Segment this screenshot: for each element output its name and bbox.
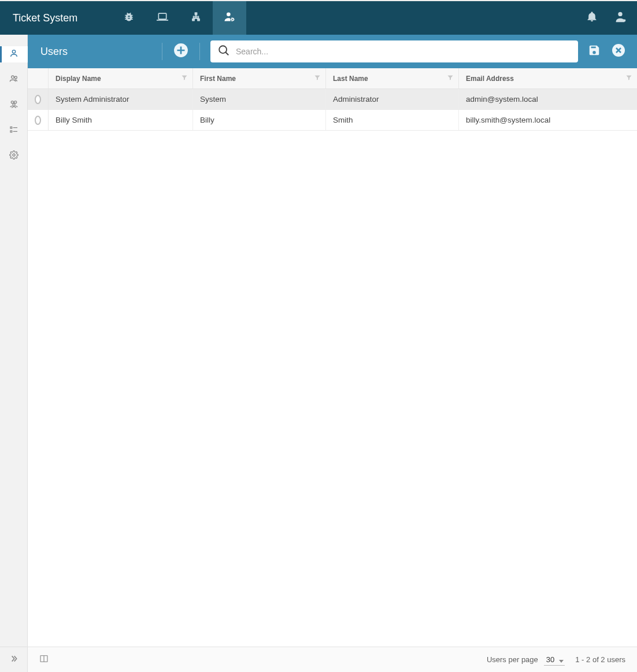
close-button[interactable] [610, 43, 627, 60]
col-last-name[interactable]: Last Name [326, 68, 459, 88]
pagination-range: 1 - 2 of 2 users [575, 655, 625, 664]
page-title: Users [40, 46, 68, 58]
perpage-select[interactable]: 30 [544, 655, 565, 664]
topnav-user-admin[interactable] [213, 1, 246, 35]
cell-last: Administrator [326, 89, 459, 109]
table-body[interactable]: System Administrator System Administrato… [28, 89, 637, 647]
topnav-bug[interactable] [112, 1, 146, 35]
col-label: First Name [200, 75, 236, 83]
search-field[interactable] [210, 40, 578, 62]
row-select[interactable] [28, 89, 49, 109]
filter-icon[interactable] [181, 74, 188, 83]
sidebar-expand-button[interactable] [0, 647, 28, 672]
svg-line-20 [225, 52, 228, 55]
svg-point-5 [618, 12, 622, 16]
cell-email: billy.smith@system.local [459, 110, 637, 130]
svg-point-11 [14, 101, 16, 104]
users-table: Display Name First Name Last Name [28, 68, 637, 647]
user-gear-icon [224, 11, 235, 25]
svg-rect-13 [10, 127, 12, 128]
user-icon [9, 49, 18, 60]
perpage-label: Users per page [487, 655, 538, 664]
notifications-button[interactable] [586, 11, 598, 25]
col-select [28, 68, 49, 88]
row-select[interactable] [28, 110, 49, 130]
sidebar-item-settings[interactable] [0, 148, 28, 164]
account-button[interactable] [614, 10, 627, 25]
top-navbar: Ticket System [0, 1, 637, 35]
toolbar-divider [162, 43, 162, 60]
radio-icon[interactable] [35, 95, 41, 104]
close-circle-icon [612, 43, 625, 60]
cell-display: System Administrator [49, 89, 193, 109]
col-label: Email Address [466, 75, 514, 83]
cell-first: Billy [193, 110, 326, 130]
svg-rect-6 [621, 20, 625, 22]
svg-point-17 [13, 154, 15, 156]
users-icon [9, 74, 18, 86]
table-row[interactable]: Billy Smith Billy Smith billy.smith@syst… [28, 110, 637, 131]
col-label: Display Name [55, 75, 101, 83]
sidebar-item-users[interactable] [0, 72, 28, 88]
laptop-icon [157, 11, 168, 25]
svg-point-12 [13, 104, 15, 106]
filter-icon[interactable] [314, 74, 321, 83]
radio-icon[interactable] [35, 116, 41, 125]
svg-point-7 [12, 50, 15, 53]
table-footer: Users per page 30 1 - 2 of 2 users [28, 647, 637, 672]
search-input[interactable] [236, 47, 571, 56]
main-panel: Users [28, 35, 637, 672]
gear-icon [9, 150, 18, 162]
svg-rect-2 [198, 19, 201, 21]
perpage-value: 30 [544, 654, 565, 666]
plus-circle-icon [173, 43, 188, 60]
topnav-laptop[interactable] [146, 1, 179, 35]
svg-point-8 [11, 76, 14, 79]
svg-point-4 [232, 19, 234, 21]
col-display-name[interactable]: Display Name [49, 68, 193, 88]
svg-point-3 [227, 13, 231, 17]
col-label: Last Name [333, 75, 368, 83]
columns-button[interactable] [39, 654, 49, 665]
body: Users [0, 35, 637, 672]
table-row[interactable]: System Administrator System Administrato… [28, 89, 637, 110]
sitemap-icon [191, 12, 201, 24]
bell-icon [586, 11, 598, 25]
svg-point-10 [11, 101, 13, 104]
sidebar-item-checklist[interactable] [0, 123, 28, 139]
col-first-name[interactable]: First Name [193, 68, 326, 88]
topnav-right [586, 10, 627, 25]
svg-rect-14 [10, 131, 12, 132]
topnav-sitemap[interactable] [179, 1, 213, 35]
columns-icon [39, 654, 49, 665]
topnav-icons [112, 1, 246, 35]
filter-icon[interactable] [447, 74, 454, 83]
bug-icon [123, 11, 135, 25]
cell-first: System [193, 89, 326, 109]
save-icon [588, 44, 601, 59]
brand-title: Ticket System [13, 12, 77, 24]
account-icon [614, 10, 627, 25]
svg-point-19 [219, 46, 227, 53]
filter-icon[interactable] [625, 74, 632, 83]
cell-display: Billy Smith [49, 110, 193, 130]
checklist-icon [9, 125, 18, 136]
page-toolbar: Users [28, 35, 637, 68]
add-button[interactable] [173, 43, 189, 60]
group-icon [9, 99, 18, 111]
save-button[interactable] [586, 43, 602, 60]
app-root: Ticket System [0, 0, 637, 672]
col-email[interactable]: Email Address [459, 68, 637, 88]
sidebar-item-group[interactable] [0, 97, 28, 113]
search-icon [217, 44, 230, 59]
cell-last: Smith [326, 110, 459, 130]
expand-icon [9, 654, 18, 666]
table-header: Display Name First Name Last Name [28, 68, 637, 89]
sidebar-item-user[interactable] [0, 46, 28, 62]
left-sidebar [0, 35, 28, 672]
svg-point-9 [14, 76, 17, 79]
perpage-control: Users per page 30 [487, 655, 565, 664]
svg-rect-1 [192, 19, 195, 21]
svg-rect-0 [195, 13, 198, 15]
toolbar-divider [199, 43, 200, 60]
